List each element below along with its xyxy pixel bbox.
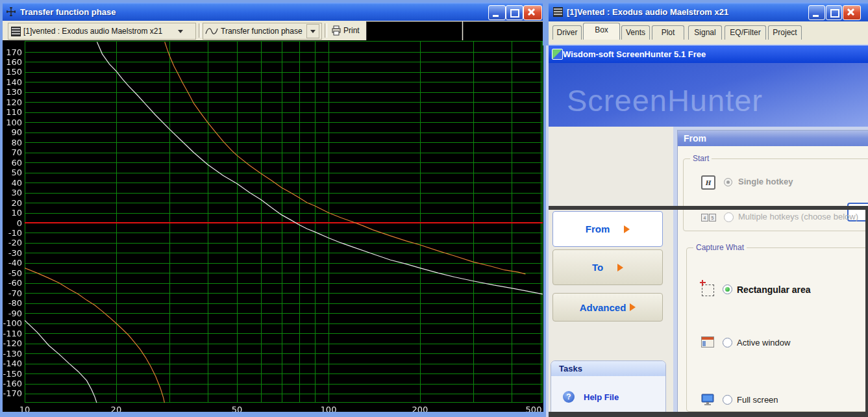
crosshair-icon [6, 6, 16, 17]
tab-signal[interactable]: Signal [688, 25, 722, 40]
rectangular-area-label: Rectangular area [737, 284, 811, 295]
tab-eq-filter[interactable]: EQ/Filter [725, 25, 766, 40]
graph-type-combo[interactable]: Transfer function phase [203, 23, 322, 40]
nav-to-button[interactable]: To [552, 249, 663, 285]
banner-watermark: ScreenHunter [567, 82, 763, 118]
screenhunter-banner: ScreenHunter [549, 63, 868, 127]
separator [199, 23, 201, 38]
nav-advanced-button[interactable]: Advanced [552, 293, 663, 322]
multi-hotkeys-icon: 4 5 [701, 214, 716, 221]
readout-box-left [366, 21, 462, 41]
help-file-label: Help File [584, 392, 619, 402]
minimize-button[interactable] [808, 5, 825, 20]
screenhunter-titlebar: Wisdom-soft ScreenHunter 5.1 Free [549, 45, 868, 63]
screenhunter-title: Wisdom-soft ScreenHunter 5.1 Free [563, 49, 706, 59]
left-toolbar: [1]vented : Exodus audio Maelstrom x21 T… [3, 21, 543, 41]
close-button[interactable] [523, 5, 542, 20]
screenhunter-app-icon [552, 49, 563, 60]
separator [325, 23, 327, 38]
print-button[interactable]: Print [329, 23, 362, 38]
active-window-label: Active window [737, 338, 790, 348]
start-group: Start H Single hotkey 4 5 Multiple hotke… [683, 158, 868, 231]
close-button[interactable] [843, 5, 861, 20]
rectangular-area-radio[interactable] [723, 284, 732, 294]
nav-from-button[interactable]: From [552, 211, 663, 247]
print-label: Print [343, 26, 360, 35]
active-window-icon [701, 336, 714, 348]
app-icon [553, 7, 563, 17]
minimize-button[interactable] [488, 5, 506, 20]
occluding-window-edge-horizontal [549, 206, 868, 210]
tab-vents[interactable]: Vents [621, 25, 650, 40]
active-window-radio[interactable] [723, 338, 732, 348]
right-window-title: [1]Vented : Exodus audio Maelstrom x21 [567, 7, 728, 17]
readout-box-right [463, 21, 547, 41]
capture-what-group: Capture What Rectangular area Active win… [686, 247, 868, 412]
full-screen-radio[interactable] [723, 395, 732, 405]
project-combo-value: [1]vented : Exodus audio Maelstrom x21 [23, 27, 178, 36]
occluding-window-edge-bottom [549, 412, 868, 417]
hotkey-key-icon: H [701, 175, 715, 190]
maximize-button[interactable] [506, 5, 523, 20]
rectangular-area-icon [702, 284, 714, 296]
help-file-item[interactable]: ? Help File [563, 391, 619, 403]
left-titlebar: Transfer function phase [3, 3, 543, 21]
tab-driver[interactable]: Driver [552, 25, 582, 40]
tab-box[interactable]: Box [583, 23, 620, 40]
left-window-title: Transfer function phase [20, 7, 116, 17]
capture-what-label: Capture What [693, 243, 747, 252]
arrow-right-icon [624, 225, 630, 233]
single-hotkey-radio [724, 178, 732, 186]
from-panel: From Start H Single hotkey 4 5 Multiple … [677, 130, 868, 417]
occluding-window-edge-vertical [865, 206, 868, 417]
sine-wave-icon [205, 27, 218, 35]
help-icon: ? [563, 391, 575, 403]
single-hotkey-label: Single hotkey [738, 177, 793, 186]
tasks-panel: Tasks ? Help File W About Exit [551, 360, 666, 417]
full-screen-label: Full screen [737, 395, 778, 405]
project-icon [11, 27, 21, 36]
printer-icon [331, 25, 341, 36]
tab-bar: Driver Box Vents Plot Signal EQ/Filter P… [549, 21, 868, 40]
tab-plot[interactable]: Plot [652, 25, 684, 40]
arrow-right-icon [630, 303, 636, 311]
screen: { "left_window": { "title": "Transfer fu… [0, 0, 868, 417]
full-screen-icon [701, 394, 714, 405]
tasks-header: Tasks [551, 361, 665, 376]
nav-advanced-label: Advanced [580, 302, 626, 313]
graph-combo-value: Transfer function phase [221, 27, 306, 36]
transfer-function-window: Transfer function phase [1]vented : Exod… [0, 0, 546, 417]
screenhunter-window: Wisdom-soft ScreenHunter 5.1 Free Screen… [549, 44, 868, 417]
chevron-down-icon [178, 30, 183, 33]
start-group-label: Start [690, 154, 712, 163]
maximize-button[interactable] [826, 5, 842, 20]
from-panel-header: From [678, 131, 868, 146]
phase-plot [3, 40, 543, 412]
project-combo[interactable]: [1]vented : Exodus audio Maelstrom x21 [8, 23, 196, 40]
tab-project[interactable]: Project [768, 25, 802, 40]
nav-to-label: To [592, 262, 603, 273]
chevron-down-icon [310, 30, 316, 33]
arrow-right-icon [617, 264, 623, 272]
multiple-hotkeys-radio [724, 212, 734, 222]
nav-from-label: From [586, 223, 610, 234]
multiple-hotkeys-label: Multiple hotkeys (choose below) [738, 212, 858, 221]
graph-combo-dropdown-button[interactable] [306, 24, 319, 38]
nav-column: From To Advanced Tasks ? Help File W Abo… [549, 127, 673, 417]
